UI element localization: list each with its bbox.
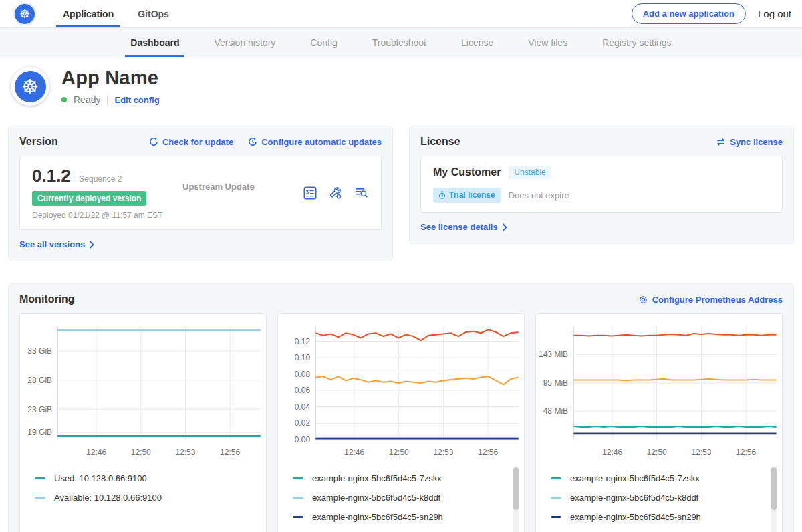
svg-text:0.04: 0.04 [295, 402, 311, 412]
chart-card-memory-usage: 12:4612:5012:5312:5648 MiB95 MiB143 MiBe… [535, 313, 783, 532]
sync-icon [716, 138, 726, 146]
svg-text:33 GiB: 33 GiB [27, 346, 52, 356]
refresh-icon [149, 137, 158, 146]
sub-nav-tab-troubleshoot[interactable]: Troubleshoot [355, 28, 444, 57]
preflight-checks-icon[interactable] [303, 186, 317, 200]
monitoring-title: Monitoring [19, 293, 75, 305]
see-license-details-link[interactable]: See license details [420, 222, 507, 232]
configure-automatic-updates-link[interactable]: Configure automatic updates [248, 137, 382, 147]
chart-plot-cpu-usage: 12:4612:5012:5312:560.000.020.040.060.08… [278, 321, 524, 464]
deployed-badge: Currently deployed version [32, 191, 146, 206]
legend-label: example-nginx-5bc6f5d4c5-7zskx [312, 473, 442, 483]
legend-label: example-nginx-5bc6f5d4c5-sn29h [570, 512, 701, 522]
edit-config-icon[interactable] [329, 186, 342, 200]
deployed-timestamp: Deployed 01/21/22 @ 11:57 am EST [32, 211, 182, 220]
status-text: Ready [74, 94, 100, 105]
version-card: Version Check for update Configure autom… [8, 126, 393, 261]
legend-item: kotsadm-5db6dc6584-69qbz [551, 527, 769, 532]
svg-text:12:53: 12:53 [433, 448, 453, 457]
legend-scrollbar-thumb[interactable] [513, 467, 519, 510]
chevron-right-icon [502, 223, 507, 231]
top-nav-tab-gitops[interactable]: GitOps [126, 0, 181, 27]
see-all-versions-link[interactable]: See all versions [19, 239, 94, 249]
app-sub-nav-tabs: DashboardVersion historyConfigTroublesho… [113, 28, 688, 57]
schedule-update-icon [248, 137, 257, 146]
sub-nav-tab-registry-settings[interactable]: Registry settings [585, 28, 688, 57]
svg-text:12:46: 12:46 [602, 448, 622, 457]
svg-text:12:53: 12:53 [691, 448, 711, 457]
divider [107, 95, 108, 105]
legend-item: Used: 10.128.0.66:9100 [35, 469, 253, 488]
license-expiry: Does not expire [509, 190, 569, 201]
gear-icon [638, 295, 648, 305]
check-for-update-link[interactable]: Check for update [149, 137, 233, 147]
svg-text:12:46: 12:46 [86, 448, 106, 457]
chart-card-disk-usage: 12:4612:5012:5312:5619 GiB23 GiB28 GiB33… [19, 313, 267, 532]
legend-label: Available: 10.128.0.66:9100 [54, 493, 162, 503]
svg-text:12:50: 12:50 [389, 448, 409, 457]
chevron-right-icon [89, 241, 94, 249]
legend-color-dash [293, 516, 303, 518]
svg-text:0.06: 0.06 [295, 386, 311, 395]
legend-label: Used: 10.128.0.66:9100 [54, 473, 147, 483]
legend-color-dash [551, 477, 561, 479]
app-header: ☸ App Name Ready Edit config [0, 57, 802, 118]
svg-text:12:46: 12:46 [344, 448, 364, 457]
legend-label: example-nginx-5bc6f5d4c5-k8ddf [570, 493, 698, 503]
add-application-button[interactable]: Add a new application [632, 3, 746, 24]
top-nav-right: Add a new application Log out [632, 0, 791, 27]
sub-nav-tab-license[interactable]: License [444, 28, 511, 57]
app-sub-nav: DashboardVersion historyConfigTroublesho… [0, 28, 802, 57]
kubernetes-logo-icon[interactable]: ☸ [15, 4, 35, 24]
charts-row: 12:4612:5012:5312:5619 GiB23 GiB28 GiB33… [19, 313, 783, 532]
version-source-label: Upstream Update [182, 166, 303, 192]
stopwatch-icon [438, 191, 446, 199]
legend-label: example-nginx-5bc6f5d4c5-k8ddf [312, 493, 440, 503]
legend-color-dash [293, 497, 303, 499]
sub-nav-tab-config[interactable]: Config [293, 28, 354, 57]
svg-text:0.12: 0.12 [295, 337, 311, 346]
page-title: App Name [61, 67, 160, 89]
legend-color-dash [293, 477, 303, 479]
legend-scrollbar[interactable] [771, 466, 777, 532]
status-dot [61, 97, 67, 102]
legend-scrollbar-thumb[interactable] [771, 467, 777, 510]
chart-plot-memory-usage: 12:4612:5012:5312:5648 MiB95 MiB143 MiB [536, 321, 782, 464]
top-nav-tabs: ApplicationGitOps [51, 0, 181, 27]
svg-text:0.02: 0.02 [295, 418, 311, 428]
configure-prometheus-link[interactable]: Configure Prometheus Address [638, 295, 783, 305]
sub-nav-tab-view-files[interactable]: View files [511, 28, 585, 57]
chart-card-cpu-usage: 12:4612:5012:5312:560.000.020.040.060.08… [277, 313, 525, 532]
svg-text:48 MiB: 48 MiB [543, 406, 568, 416]
svg-text:143 MiB: 143 MiB [539, 350, 568, 359]
license-card: License Sync license My Customer Unstabl… [409, 126, 794, 244]
top-nav: ☸ ApplicationGitOps Add a new applicatio… [0, 0, 802, 28]
edit-config-link[interactable]: Edit config [114, 95, 159, 105]
legend-color-dash [35, 497, 45, 499]
svg-text:0.08: 0.08 [295, 370, 311, 379]
svg-text:12:53: 12:53 [175, 448, 195, 457]
legend-item: example-nginx-5bc6f5d4c5-sn29h [551, 507, 769, 527]
chart-legend-memory-usage: example-nginx-5bc6f5d4c5-7zskxexample-ng… [536, 464, 782, 532]
legend-scrollbar[interactable] [513, 466, 519, 532]
legend-item: example-nginx-5bc6f5d4c5-7zskx [293, 469, 511, 488]
chart-legend-cpu-usage: example-nginx-5bc6f5d4c5-7zskxexample-ng… [278, 464, 524, 532]
sub-nav-tab-dashboard[interactable]: Dashboard [113, 28, 196, 57]
sub-nav-tab-version-history[interactable]: Version history [196, 28, 293, 57]
app-logo: ☸ [11, 67, 49, 106]
sync-license-link[interactable]: Sync license [716, 137, 783, 147]
svg-text:28 GiB: 28 GiB [27, 376, 52, 385]
monitoring-card: Monitoring Configure Prometheus Address … [8, 283, 794, 532]
legend-color-dash [35, 477, 45, 479]
top-nav-tab-application[interactable]: Application [51, 0, 126, 27]
trial-license-badge: Trial license [433, 188, 501, 203]
legend-item: example-nginx-5bc6f5d4c5-7zskx [551, 469, 769, 488]
current-version-panel: 0.1.2 Sequence 2 Currently deployed vers… [19, 156, 382, 230]
version-number: 0.1.2 [32, 166, 71, 186]
svg-text:19 GiB: 19 GiB [27, 428, 52, 437]
view-files-icon[interactable] [354, 186, 369, 200]
legend-item: example-nginx-5bc6f5d4c5-k8ddf [551, 488, 769, 507]
legend-color-dash [551, 497, 561, 499]
kubernetes-app-icon: ☸ [15, 71, 46, 102]
logout-button[interactable]: Log out [758, 8, 791, 19]
